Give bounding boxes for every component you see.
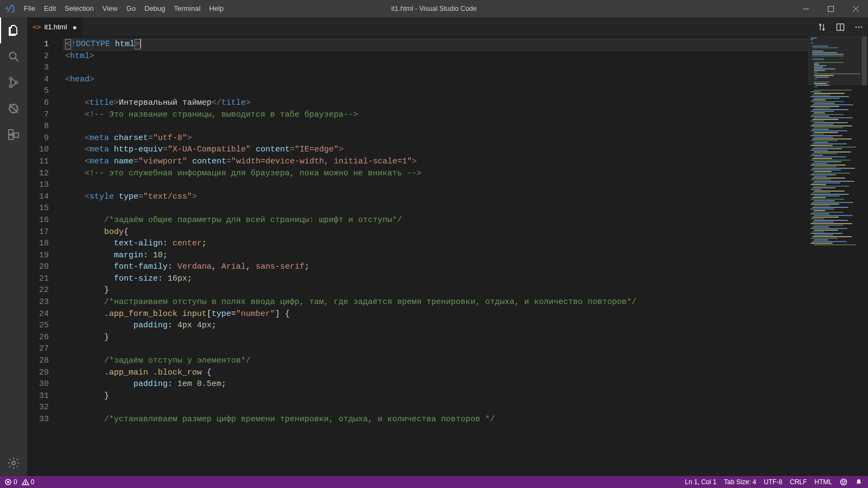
svg-rect-10 <box>14 133 18 137</box>
line-number: 20 <box>27 261 63 273</box>
status-language[interactable]: HTML <box>814 478 832 486</box>
extensions-icon[interactable] <box>0 122 27 148</box>
minimap[interactable] <box>808 36 860 476</box>
editor[interactable]: 1234567891011121314151617181920212223242… <box>27 36 868 476</box>
line-number: 12 <box>27 168 63 180</box>
line-number: 18 <box>27 238 63 250</box>
svg-point-21 <box>842 481 843 481</box>
code-line[interactable] <box>63 202 808 214</box>
status-tab-size[interactable]: Tab Size: 4 <box>724 478 756 486</box>
code-line[interactable] <box>63 179 808 191</box>
code-line[interactable]: padding: 1em 0.5em; <box>63 378 808 390</box>
status-feedback-icon[interactable] <box>840 478 847 486</box>
scrollbar-thumb[interactable] <box>861 36 867 85</box>
git-icon[interactable] <box>0 69 27 96</box>
code-line[interactable]: padding: 4px 4px; <box>63 320 808 332</box>
close-button[interactable] <box>843 0 868 17</box>
menu-file[interactable]: File <box>20 0 40 17</box>
status-encoding[interactable]: UTF-8 <box>764 478 782 486</box>
svg-point-2 <box>10 53 16 59</box>
code-line[interactable]: <meta charset="utf-8"> <box>63 132 808 144</box>
line-number: 14 <box>27 191 63 203</box>
maximize-button[interactable] <box>818 0 843 17</box>
vscode-window: FileEditSelectionViewGoDebugTerminalHelp… <box>0 0 868 488</box>
code-line[interactable]: /*настраиваем отступы в полях ввода цифр… <box>63 296 808 308</box>
status-errors[interactable]: 0 <box>3 478 18 486</box>
menu-go[interactable]: Go <box>122 0 140 17</box>
code-line[interactable]: margin: 10; <box>63 250 808 262</box>
vscode-logo-icon <box>0 4 20 14</box>
status-error-count: 0 <box>14 478 17 486</box>
svg-point-16 <box>861 26 863 28</box>
debug-icon[interactable] <box>0 96 27 122</box>
line-number: 28 <box>27 355 63 367</box>
line-number: 31 <box>27 390 63 402</box>
editor-scrollbar[interactable] <box>860 36 868 476</box>
code-line[interactable]: <style type="text/css"> <box>63 191 808 203</box>
code-line[interactable]: } <box>63 284 808 296</box>
line-number: 16 <box>27 214 63 226</box>
code-line[interactable]: <html> <box>63 50 808 62</box>
tab-dirty-close-icon[interactable]: ● <box>73 23 77 31</box>
menu-help[interactable]: Help <box>205 0 228 17</box>
code-line[interactable]: <!DOCTYPE html> <box>63 39 808 50</box>
code-area[interactable]: <!DOCTYPE html><html><head> <title>Интер… <box>63 36 808 476</box>
svg-point-19 <box>25 484 25 484</box>
code-line[interactable]: <!-- это служебная информация для браузе… <box>63 168 808 180</box>
svg-rect-9 <box>9 135 13 140</box>
code-line[interactable]: .app_main .block_row { <box>63 367 808 379</box>
code-line[interactable]: /*устанавливаем размер цифр времени трен… <box>63 414 808 426</box>
line-number: 13 <box>27 179 63 191</box>
minimap-canvas <box>810 37 858 475</box>
status-warnings[interactable]: 0 <box>21 478 36 486</box>
code-line[interactable]: <meta http-equiv="X-UA-Compatible" conte… <box>63 144 808 156</box>
menu-edit[interactable]: Edit <box>40 0 60 17</box>
code-line[interactable]: /*задаём общие параметры для всей страни… <box>63 214 808 226</box>
status-warning-count: 0 <box>31 478 35 486</box>
code-line[interactable]: body{ <box>63 226 808 238</box>
split-editor-icon[interactable] <box>831 17 850 36</box>
html-file-icon: <> <box>33 23 41 31</box>
code-line[interactable] <box>63 343 808 355</box>
line-number: 15 <box>27 202 63 214</box>
code-line[interactable]: <meta name="viewport" content="width=dev… <box>63 156 808 168</box>
code-line[interactable]: <!-- Это название страницы, выводится в … <box>63 109 808 121</box>
code-line[interactable]: font-size: 16px; <box>63 273 808 285</box>
search-icon[interactable] <box>0 43 27 69</box>
line-number: 4 <box>27 74 63 86</box>
line-number: 23 <box>27 296 63 308</box>
activity-bar <box>0 17 27 476</box>
menu-view[interactable]: View <box>98 0 122 17</box>
code-line[interactable]: .app_form_block input[type="number"] { <box>63 308 808 320</box>
tab-it1-html[interactable]: <> it1.html ● <box>27 17 83 36</box>
files-icon[interactable] <box>0 17 27 43</box>
code-line[interactable] <box>63 121 808 132</box>
more-actions-icon[interactable] <box>850 17 868 36</box>
menu-terminal[interactable]: Terminal <box>169 0 205 17</box>
code-line[interactable]: <title>Интервальный таймер</title> <box>63 97 808 109</box>
status-ln-col[interactable]: Ln 1, Col 1 <box>685 478 717 486</box>
menu-debug[interactable]: Debug <box>140 0 169 17</box>
code-line[interactable]: } <box>63 332 808 344</box>
svg-point-14 <box>856 26 857 28</box>
minimize-button[interactable] <box>793 0 818 17</box>
line-number: 1 <box>27 39 63 50</box>
code-line[interactable] <box>63 402 808 414</box>
settings-gear-icon[interactable] <box>0 450 27 476</box>
status-eol[interactable]: CRLF <box>790 478 807 486</box>
status-bell-icon[interactable] <box>855 478 863 486</box>
line-number: 24 <box>27 308 63 320</box>
code-line[interactable]: font-family: Verdana, Arial, sans-serif; <box>63 261 808 273</box>
compare-icon[interactable] <box>813 17 831 36</box>
code-line[interactable]: /*задаём отступы у элементов*/ <box>63 355 808 367</box>
line-number: 33 <box>27 414 63 426</box>
svg-point-15 <box>858 26 860 28</box>
code-line[interactable] <box>63 62 808 74</box>
code-line[interactable]: } <box>63 390 808 402</box>
code-line[interactable]: text-align: center; <box>63 238 808 250</box>
code-line[interactable]: <head> <box>63 74 808 86</box>
menu-selection[interactable]: Selection <box>60 0 98 17</box>
code-line[interactable] <box>63 85 808 97</box>
editor-group: <> it1.html ● 12345678910111213141516171… <box>27 17 868 476</box>
line-number: 27 <box>27 343 63 355</box>
